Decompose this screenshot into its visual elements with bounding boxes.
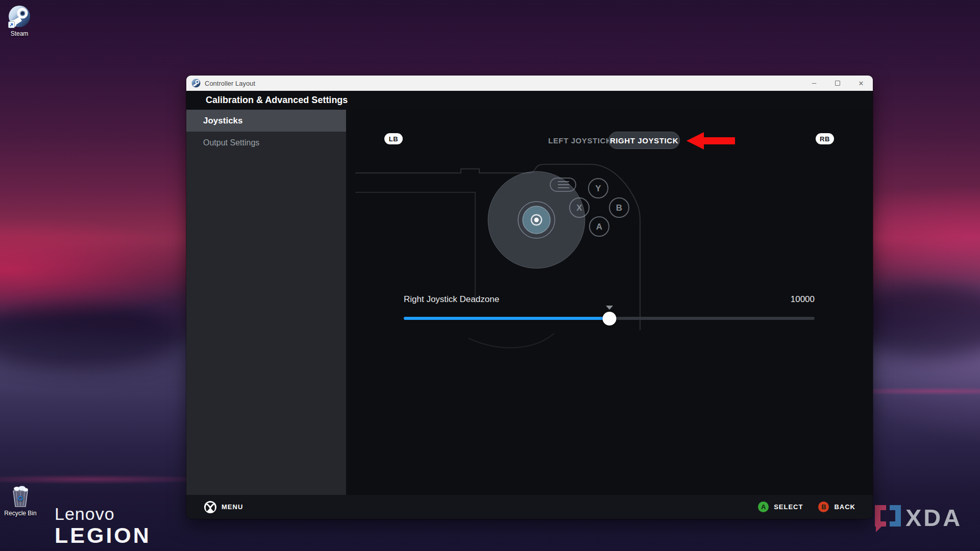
minimize-icon: –: [812, 78, 816, 87]
controller-layout-window: Controller Layout – ✕ Calibration & Adva…: [186, 76, 873, 519]
steam-app-icon: [191, 79, 201, 88]
sidebar-item-joysticks[interactable]: Joysticks: [186, 110, 346, 132]
window-titlebar[interactable]: Controller Layout – ✕: [186, 76, 873, 91]
desktop-icon-label: Steam: [0, 30, 39, 37]
tab-right-joystick[interactable]: RIGHT JOYSTICK: [608, 132, 680, 149]
screen-edge-outline: [355, 192, 475, 304]
close-button[interactable]: ✕: [849, 76, 873, 91]
menu-action[interactable]: MENU: [204, 500, 243, 514]
legion-wordmark: LEGION: [55, 524, 151, 546]
joystick-center-core: [534, 218, 539, 222]
minimize-button[interactable]: –: [802, 76, 826, 91]
shortcut-arrow-icon: [8, 21, 15, 28]
a-button: A: [590, 217, 609, 236]
back-action[interactable]: BACK: [834, 503, 855, 511]
xda-right-bracket-icon: [890, 505, 901, 527]
slider-handle-marker: [606, 306, 613, 310]
desktop-icon-recycle-bin[interactable]: ♻ Recycle Bin: [1, 485, 40, 517]
lenovo-legion-logo: Lenovo LEGION: [55, 505, 151, 546]
red-arrow-annotation: [687, 131, 735, 151]
a-button-badge: A: [758, 502, 769, 512]
recycle-bin-icon: ♻: [9, 485, 32, 508]
svg-text:♻: ♻: [17, 494, 23, 503]
close-icon: ✕: [859, 80, 864, 87]
sidebar-item-output-settings[interactable]: Output Settings: [186, 132, 346, 154]
content-area: LB RB LEFT JOYSTICK RIGHT JOYSTICK: [346, 110, 873, 495]
bottom-action-bar: MENU A SELECT B BACK: [186, 495, 873, 519]
xda-letters: XDA: [905, 504, 962, 531]
xda-watermark: XDA: [873, 503, 970, 536]
slider-handle[interactable]: [602, 312, 616, 325]
b-button-badge: B: [818, 502, 829, 512]
desktop-icon-steam[interactable]: Steam: [0, 5, 39, 37]
deadzone-slider[interactable]: [404, 304, 815, 334]
menu-label: MENU: [222, 503, 243, 511]
sidebar: Joysticks Output Settings: [186, 110, 346, 495]
page-title: Calibration & Advanced Settings: [186, 91, 873, 110]
grip-outline: [469, 333, 554, 348]
tab-left-joystick[interactable]: LEFT JOYSTICK: [541, 132, 619, 149]
deadzone-slider-label: Right Joystick Deadzone: [404, 294, 499, 305]
steam-icon: [8, 5, 31, 29]
desktop-icon-label: Recycle Bin: [1, 510, 40, 517]
maximize-icon: [835, 81, 840, 86]
select-action[interactable]: SELECT: [774, 503, 803, 511]
y-button: Y: [589, 179, 608, 198]
svg-text:B: B: [616, 203, 622, 213]
svg-text:Y: Y: [595, 184, 601, 193]
xbox-guide-icon: [204, 500, 217, 514]
lenovo-wordmark: Lenovo: [55, 505, 151, 522]
xda-left-bracket-icon: [875, 505, 886, 532]
cloud-silhouette: [0, 306, 184, 367]
b-button: B: [609, 198, 629, 217]
lb-shoulder-button[interactable]: LB: [384, 133, 403, 144]
maximize-button[interactable]: [826, 76, 849, 91]
slider-fill: [404, 317, 609, 320]
window-title: Controller Layout: [205, 80, 255, 87]
rb-shoulder-button[interactable]: RB: [816, 133, 834, 144]
deadzone-slider-value: 10000: [791, 294, 815, 305]
svg-text:A: A: [596, 222, 602, 232]
